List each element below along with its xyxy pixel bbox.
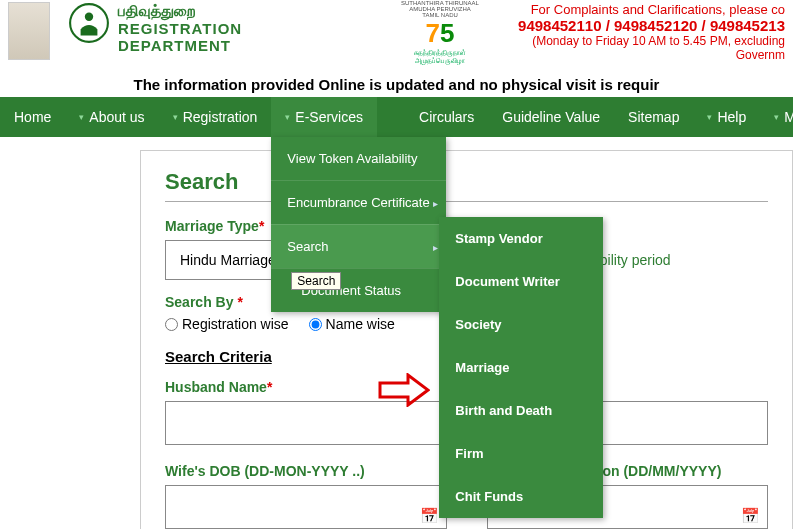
department-name: பதிவுத்துறை REGISTRATION DEPARTMENT [118, 2, 360, 54]
dd-encumbrance[interactable]: Encumbrance Certificate [271, 180, 445, 224]
nav-more[interactable]: More [760, 97, 793, 137]
sm-stamp-vendor[interactable]: Stamp Vendor [439, 217, 603, 260]
radio-name-wise[interactable]: Name wise [309, 316, 395, 332]
independence-75-logo-icon: SUTHANTHIRA THIRUNAAL AMUDHA PERUVIZHA T… [400, 2, 480, 62]
complaints-label: For Complaints and Clarifications, pleas… [480, 2, 785, 17]
page-header: பதிவுத்துறை REGISTRATION DEPARTMENT SUTH… [0, 0, 793, 70]
divider [165, 201, 768, 202]
e-services-dropdown: View Token Availability Encumbrance Cert… [271, 137, 445, 312]
nav-about-us[interactable]: About us [65, 97, 158, 137]
calendar-icon[interactable]: 📅 [420, 507, 439, 525]
state-emblem-icon [68, 2, 110, 44]
svg-point-1 [85, 13, 93, 21]
dd-view-token[interactable]: View Token Availability [271, 137, 445, 180]
dept-name-english: REGISTRATION DEPARTMENT [118, 20, 360, 54]
nav-registration[interactable]: Registration [159, 97, 272, 137]
search-submenu: Stamp Vendor Document Writer Society Mar… [439, 217, 603, 518]
nav-sitemap[interactable]: Sitemap [614, 97, 693, 137]
radio-registration-wise[interactable]: Registration wise [165, 316, 289, 332]
main-nav: Home About us Registration E-Services Vi… [0, 97, 793, 137]
sm-document-writer[interactable]: Document Writer [439, 260, 603, 303]
nav-guideline-value[interactable]: Guideline Value [488, 97, 614, 137]
complaints-info: For Complaints and Clarifications, pleas… [480, 2, 785, 62]
sm-marriage[interactable]: Marriage [439, 346, 603, 389]
annotation-arrow-icon [378, 373, 430, 410]
official-photo [8, 2, 50, 60]
page-title: Search [165, 169, 768, 195]
dd-search[interactable]: Search Search [271, 224, 445, 268]
nav-home[interactable]: Home [0, 97, 65, 137]
wife-dob-input[interactable] [165, 485, 447, 529]
sm-chit-funds[interactable]: Chit Funds [439, 475, 603, 518]
svg-point-0 [70, 4, 108, 42]
sm-firm[interactable]: Firm [439, 432, 603, 475]
nav-circulars[interactable]: Circulars [405, 97, 488, 137]
info-banner: The information provided Online is updat… [0, 70, 793, 97]
dept-name-tamil: பதிவுத்துறை [118, 2, 360, 20]
wife-dob-label: Wife's DOB (DD-MON-YYYY ..) [165, 463, 447, 479]
nav-e-services[interactable]: E-Services View Token Availability Encum… [271, 97, 377, 137]
complaints-hours: (Monday to Friday 10 AM to 5.45 PM, excl… [480, 34, 785, 62]
tooltip: Search [291, 272, 341, 290]
complaints-phone: 9498452110 / 9498452120 / 949845213 [480, 17, 785, 34]
sm-society[interactable]: Society [439, 303, 603, 346]
calendar-icon[interactable]: 📅 [741, 507, 760, 525]
nav-help[interactable]: Help [693, 97, 760, 137]
sm-birth-death[interactable]: Birth and Death [439, 389, 603, 432]
